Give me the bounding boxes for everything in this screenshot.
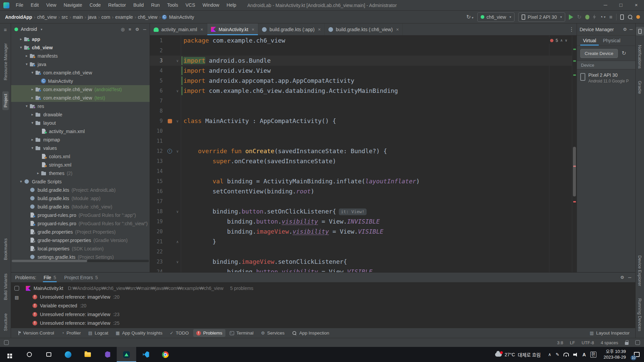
tree-item[interactable]: ▸drawable	[11, 110, 150, 119]
problem-item[interactable]: !Unresolved reference: imageView:25	[22, 319, 635, 327]
tool-window-button-todo[interactable]: ✓TODO	[167, 329, 192, 337]
settings-sync-button[interactable]	[636, 15, 640, 19]
menu-view[interactable]: View	[43, 0, 60, 10]
tree-item[interactable]: gradle-wrapper.properties(Gradle Version…	[11, 236, 150, 244]
fold-marker-icon[interactable]: ∨	[174, 149, 181, 154]
fold-marker-icon[interactable]: ∨	[174, 260, 181, 264]
taskbar-app-vscode[interactable]	[136, 347, 156, 362]
problem-item[interactable]: !Variable expected:20	[22, 301, 635, 310]
group-by-icon[interactable]	[14, 286, 19, 291]
breadcrumb-item[interactable]: MainActivity	[168, 14, 195, 20]
tree-arrow-icon[interactable]: ▸	[24, 54, 30, 58]
stop-button[interactable]: ■	[609, 14, 612, 20]
run-configuration-select[interactable]: ch6_view ▾	[477, 12, 515, 22]
breadcrumb-item[interactable]: com	[100, 14, 111, 20]
tree-item[interactable]: ▸app	[11, 35, 150, 43]
tree-item[interactable]: build.gradle.kts(Module :ch6_view)	[11, 202, 150, 211]
editor-tab[interactable]: MainActivity.kt×	[207, 23, 259, 35]
caret-position[interactable]: 3:8	[557, 340, 563, 345]
code-line[interactable]: 3∨import android.os.Bundle	[150, 56, 577, 66]
taskbar-app-android-studio[interactable]	[117, 347, 136, 362]
breadcrumb-item[interactable]: ch6_view	[36, 14, 58, 20]
tree-item[interactable]: ▾com.example.ch6_view	[11, 68, 150, 77]
breadcrumb-item[interactable]: src	[61, 14, 69, 20]
project-view-select[interactable]: Android	[21, 26, 37, 32]
scrollbar-thumb[interactable]	[12, 260, 87, 262]
menu-vcs[interactable]: VCS	[182, 0, 199, 10]
device-manager-tab-virtual[interactable]: Virtual	[580, 36, 599, 46]
tool-window-button-app-quality-insights[interactable]: ▦App Quality Insights	[113, 329, 165, 337]
tree-item[interactable]: ▸themes(2)	[11, 169, 150, 177]
menu-file[interactable]: File	[12, 0, 27, 10]
taskbar-weather[interactable]: 27°C 대체로 흐림	[492, 347, 544, 362]
code-line[interactable]: 2	[150, 46, 577, 56]
editor-tab[interactable]: build.gradle.kts (:ch6_view)×	[325, 23, 403, 35]
problems-tab-project-errors[interactable]: Project Errors5	[63, 273, 98, 282]
create-device-button[interactable]: Create Device	[580, 49, 618, 58]
fold-marker-icon[interactable]: ∨	[174, 89, 181, 93]
tool-strip-item-structure[interactable]: Structure	[2, 311, 9, 334]
next-error-button[interactable]: ∨	[565, 38, 567, 43]
fold-marker-icon[interactable]: ∨	[174, 59, 181, 63]
tree-arrow-icon[interactable]: ▾	[18, 45, 24, 50]
window-close-button[interactable]: ×	[629, 0, 644, 10]
code-line[interactable]: 4import android.view.View	[150, 66, 577, 76]
pen-icon[interactable]: ✎	[555, 352, 559, 357]
code-line[interactable]: 11	[150, 136, 577, 146]
taskbar-app-chrome[interactable]	[156, 347, 175, 362]
editor-tab[interactable]: activity_main.xml×	[150, 23, 207, 35]
tree-item[interactable]: ▾values	[11, 144, 150, 152]
file-filter-icon[interactable]: ▤	[15, 295, 19, 300]
tool-window-button-problems[interactable]: !Problems	[193, 329, 225, 337]
code-line[interactable]: 6∨import com.example.ch6_view.databindin…	[150, 86, 577, 96]
override-gutter-icon[interactable]: ↑	[167, 149, 172, 154]
tree-arrow-icon[interactable]: ▸	[30, 87, 35, 92]
tree-item[interactable]: ▸com.example.ch6_view(androidTest)	[11, 85, 150, 94]
locate-icon[interactable]: ◎	[121, 27, 124, 32]
fold-marker-icon[interactable]: ∨	[174, 209, 181, 214]
scrollbar-thumb[interactable]	[573, 147, 576, 196]
breadcrumb-item[interactable]: AndroidApp	[4, 14, 33, 20]
window-maximize-button[interactable]: □	[613, 0, 629, 10]
code-line[interactable]: 22	[150, 247, 577, 257]
tool-window-button-profiler[interactable]: ◔Profiler	[58, 329, 84, 337]
notification-center-button[interactable]: 10	[629, 347, 644, 362]
tool-windows-icon[interactable]	[4, 340, 9, 345]
code-line[interactable]: 24 binding.button.visibility = View.VISI…	[150, 267, 577, 272]
tree-item[interactable]: build.gradle.kts(Module :app)	[11, 194, 150, 202]
tree-arrow-icon[interactable]: ▸	[30, 137, 35, 142]
gear-icon[interactable]: ⚙	[623, 27, 627, 32]
chevron-up-icon[interactable]: ∧	[548, 352, 551, 357]
taskbar-clock[interactable]: 오후 10:39 2023-08-29	[600, 347, 630, 362]
collapse-all-icon[interactable]: ≡	[129, 27, 131, 32]
run-button[interactable]	[569, 14, 573, 20]
breadcrumb-item[interactable]: main	[72, 14, 84, 20]
error-stripe[interactable]	[572, 36, 577, 272]
tree-item[interactable]: ▾layout	[11, 119, 150, 127]
refresh-icon[interactable]: ↻	[622, 51, 626, 56]
menu-build[interactable]: Build	[129, 0, 147, 10]
editor-tab[interactable]: build.gradle.kts (:app)×	[258, 23, 325, 35]
hide-icon[interactable]: ─	[143, 27, 146, 32]
sync-project-button[interactable]: ↻▾	[466, 14, 473, 20]
search-everywhere-button[interactable]	[628, 14, 633, 19]
menu-icon[interactable]: ≡	[4, 27, 7, 33]
line-separator[interactable]: LF	[570, 340, 575, 345]
device-select[interactable]: Pixel 2 API 30 ▾	[518, 12, 565, 22]
menu-code[interactable]: Code	[86, 0, 104, 10]
tree-arrow-icon[interactable]: ▾	[24, 62, 30, 66]
tool-strip-item-build-variants[interactable]: Build Variants	[2, 271, 9, 303]
tree-item[interactable]: ▸mipmap	[11, 135, 150, 144]
ime-korean-indicator[interactable]: 한	[590, 352, 596, 358]
menu-refactor[interactable]: Refactor	[105, 0, 130, 10]
breadcrumb-item[interactable]: example	[114, 14, 134, 20]
tree-arrow-icon[interactable]: ▾	[30, 121, 35, 125]
fold-marker-icon[interactable]: ∨	[174, 119, 181, 123]
wifi-icon[interactable]	[564, 353, 569, 356]
hide-icon[interactable]: ─	[630, 27, 633, 32]
menu-window[interactable]: Window	[199, 0, 223, 10]
problems-file-row[interactable]: MainActivity.kt D:₩AndroidApp₩ch6_view₩s…	[22, 284, 635, 293]
tool-strip-item-resource-manager[interactable]: Resource Manager	[2, 41, 9, 83]
tree-arrow-icon[interactable]: ▸	[18, 37, 24, 41]
device-row[interactable]: Pixel 2 API 30 Android 11.0 Google P	[577, 69, 635, 86]
